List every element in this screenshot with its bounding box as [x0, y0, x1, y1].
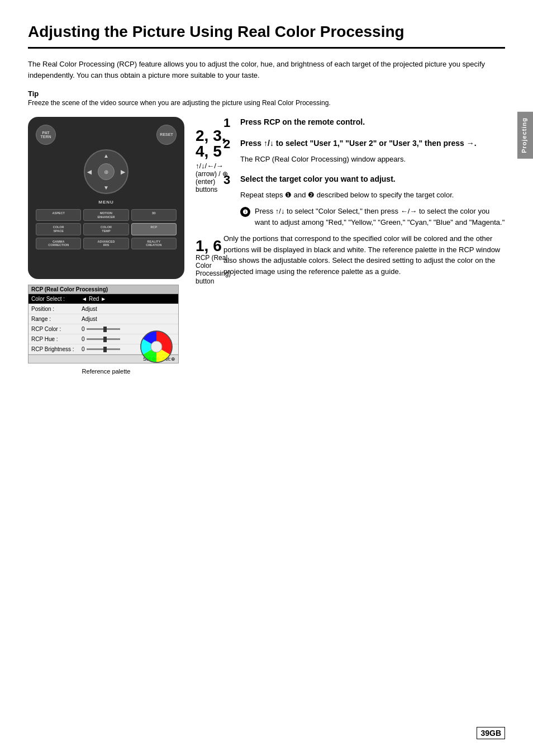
step-2-body: The RCP (Real Color Processing) window a… [240, 154, 505, 165]
side-tab: Projecting [517, 112, 533, 159]
motion-enhancer-button[interactable]: MOTIONENHANCER [83, 209, 129, 221]
rcp-range-value: Adjust [82, 316, 97, 322]
rcp-color-value: Red [89, 296, 99, 302]
remote-button-grid: ASPECT MOTIONENHANCER 3D COLORSPACE COLO… [36, 209, 177, 249]
rcp-position-row[interactable]: Position : Adjust [28, 304, 178, 314]
step-2-header: 2 Press ↑/↓ to select "User 1," "User 2"… [223, 138, 505, 150]
callout-labels: 2, 3, 4, 5 ↑/↓/←/→ (arrow) / ⊕ (enter) b… [184, 117, 231, 375]
rcp-window-area: RCP (Real Color Processing) Color Select… [28, 285, 184, 363]
rcp-range-label: Range : [31, 316, 82, 322]
sub-step-1: ❶ Press ↑/↓ to select "Color Select," th… [240, 206, 505, 228]
left-column: PATTERN RESET ▲ ▼ ◀ [28, 117, 207, 380]
rcp-hue-slider[interactable] [87, 338, 120, 340]
color-palette-svg [140, 330, 173, 363]
rcp-hue-thumb [103, 337, 107, 342]
rcp-button[interactable]: RCP [131, 223, 177, 235]
step-3-text: Select the target color you want to adju… [240, 174, 396, 186]
rcp-hue-label: RCP Hue : [31, 336, 82, 342]
step-3-intro: Repeat steps ❶ and ❷ described below to … [240, 190, 505, 201]
rcp-position-label: Position : [31, 306, 82, 312]
color-space-button[interactable]: COLORSPACE [36, 223, 81, 235]
page-num-suffix: GB [489, 729, 501, 738]
svg-point-2 [151, 341, 162, 352]
nav-ring[interactable]: ▲ ▼ ◀ ▶ ⊕ [84, 149, 129, 194]
rcp-brightness-num: 0 [82, 346, 85, 352]
step-1-text: Press RCP on the remote control. [240, 117, 365, 129]
page: Projecting Adjusting the Picture Using R… [0, 0, 533, 756]
content-area: PATTERN RESET ▲ ▼ ◀ [28, 117, 505, 380]
remote-diagram: PATTERN RESET ▲ ▼ ◀ [28, 117, 184, 279]
rcp-color-thumb [103, 327, 107, 332]
rcp-brightness-thumb [103, 347, 107, 352]
nav-right-arrow[interactable]: ▶ [121, 169, 125, 175]
gamma-correction-button[interactable]: GAMMACORRECTION [36, 238, 81, 249]
pattern-button[interactable]: PATTERN [36, 125, 56, 145]
step-1-header: 1 Press RCP on the remote control. [223, 117, 505, 129]
rcp-range-row[interactable]: Range : Adjust [28, 314, 178, 324]
rcp-left-arrow: ◄ [82, 296, 87, 302]
reset-button[interactable]: RESET [156, 125, 177, 145]
nav-down-arrow[interactable]: ▼ [103, 185, 109, 191]
step-1: 1 Press RCP on the remote control. [223, 117, 505, 129]
remote-diagram-wrapper: PATTERN RESET ▲ ▼ ◀ [28, 117, 184, 375]
tip-section: Tip Freeze the scene of the video source… [28, 89, 505, 107]
callout-2345-desc: (enter) buttons [196, 178, 231, 193]
rcp-title-bar: RCP (Real Color Processing) [28, 285, 178, 294]
callout-2345-num: 2, 3, 4, 5 [196, 128, 231, 159]
menu-label: MENU [36, 200, 177, 205]
callout-16-desc4: button [196, 277, 231, 285]
sub-step-1-num: ❶ [240, 207, 250, 217]
page-num-text: 39 [480, 729, 489, 738]
callout-2345-sub: (arrow) / ⊕ [196, 170, 231, 178]
right-column: 1 Press RCP on the remote control. 2 Pre… [223, 117, 505, 380]
callout-2345-arrows: ↑/↓/←/→ [196, 162, 231, 170]
rcp-color-num: 0 [82, 326, 85, 332]
sub-step-1-text: Press ↑/↓ to select "Color Select," then… [255, 206, 505, 228]
rcp-color-select-row[interactable]: Color Select : ◄ Red ► [28, 294, 178, 304]
rcp-color-select-label: Color Select : [31, 296, 82, 302]
nav-up-arrow[interactable]: ▲ [103, 153, 109, 159]
step-3-header: 3 Select the target color you want to ad… [223, 174, 505, 186]
rcp-hue-num: 0 [82, 336, 85, 342]
aspect-button[interactable]: ASPECT [36, 209, 81, 221]
step-3: 3 Select the target color you want to ad… [223, 174, 505, 277]
remote-top-row: PATTERN RESET [36, 125, 177, 145]
advanced-iris-button[interactable]: ADVANCEDIRIS [83, 238, 129, 249]
reset-label: RESET [160, 133, 173, 137]
callout-16-desc3: Processing) [196, 270, 231, 277]
tip-text: Freeze the scene of the video source whe… [28, 99, 505, 107]
rcp-color-slider-area [87, 328, 120, 330]
reality-creation-button[interactable]: REALITYCREATION [131, 238, 177, 249]
nav-cluster: ▲ ▼ ◀ ▶ ⊕ [84, 149, 129, 194]
step-2: 2 Press ↑/↓ to select "User 1," "User 2"… [223, 138, 505, 165]
page-title: Adjusting the Picture Using Real Color P… [28, 22, 505, 49]
intro-text: The Real Color Processing (RCP) feature … [28, 59, 486, 82]
nav-enter-button[interactable]: ⊕ [98, 163, 115, 180]
rcp-hue-slider-area [87, 338, 120, 340]
rcp-right-arrow: ► [101, 296, 106, 302]
nav-left-arrow[interactable]: ◀ [87, 169, 92, 175]
step-3-extra: Only the portions that correspond to the… [223, 233, 505, 277]
ref-palette-label: Reference palette [28, 368, 184, 375]
rcp-color-slider[interactable] [87, 328, 120, 330]
color-temp-button[interactable]: COLORTEMP [83, 223, 129, 235]
callout-16-num: 1, 6 [196, 238, 231, 254]
step-2-text: Press ↑/↓ to select "User 1," "User 2" o… [240, 138, 477, 150]
3d-button[interactable]: 3D [131, 209, 177, 221]
page-number: 39GB [477, 727, 505, 739]
tip-label: Tip [28, 89, 505, 98]
diagram-callout-area: PATTERN RESET ▲ ▼ ◀ [28, 117, 207, 375]
rcp-brightness-slider[interactable] [87, 348, 120, 350]
rcp-color-label: RCP Color : [31, 326, 82, 332]
callout-16-desc2: Color [196, 262, 231, 270]
pattern-label: PATTERN [40, 131, 51, 139]
rcp-brightness-slider-area [87, 348, 120, 350]
callout-16-desc1: RCP (Real [196, 254, 231, 262]
rcp-brightness-label: RCP Brightness : [31, 346, 82, 352]
rcp-position-value: Adjust [82, 306, 97, 312]
